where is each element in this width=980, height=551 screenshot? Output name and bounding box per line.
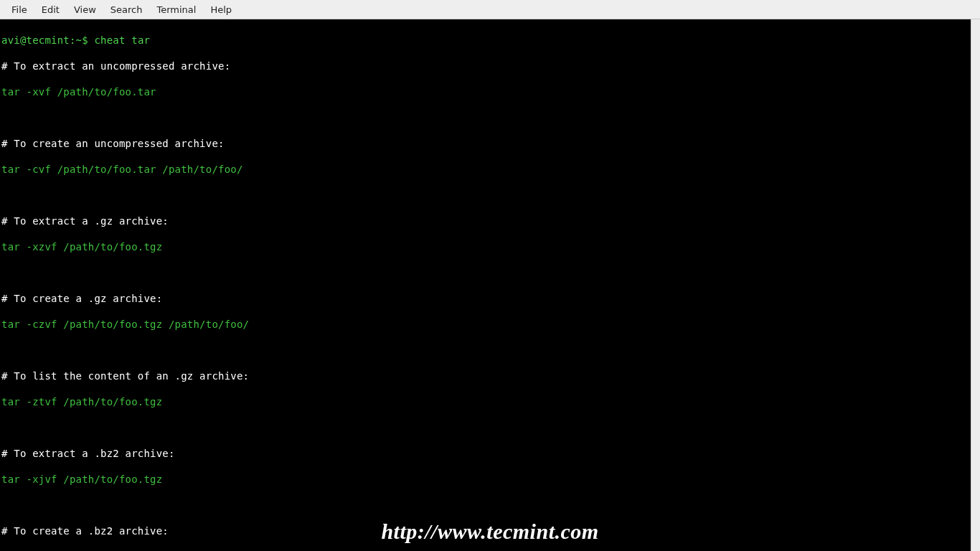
prompt-line-1: avi@tecmint:~$ cheat tar: [1, 34, 969, 47]
menu-edit[interactable]: Edit: [34, 1, 67, 18]
terminal-area[interactable]: avi@tecmint:~$ cheat tar # To extract an…: [0, 19, 970, 551]
output-comment: # To extract an uncompressed archive:: [1, 60, 230, 72]
output-command: tar -ztvf /path/to/foo.tgz: [1, 396, 162, 408]
output-command: tar -cvf /path/to/foo.tar /path/to/foo/: [1, 164, 243, 175]
prompt-symbol: $: [82, 34, 88, 46]
watermark-text: http://www.tecmint.com: [381, 519, 598, 544]
output-command: tar -xjvf /path/to/foo.tgz: [1, 474, 162, 485]
menubar: File Edit View Search Terminal Help: [0, 0, 980, 19]
menu-help[interactable]: Help: [203, 1, 239, 18]
output-comment: # To extract a .gz archive:: [1, 215, 169, 227]
output-comment: # To create a .gz archive:: [1, 293, 162, 304]
output-comment: # To list the content of an .gz archive:: [1, 370, 249, 382]
scrollbar-vertical[interactable]: [971, 19, 980, 551]
menu-terminal[interactable]: Terminal: [149, 1, 203, 18]
menu-view[interactable]: View: [67, 1, 103, 18]
output-command: tar -xzvf /path/to/foo.tgz: [1, 241, 162, 253]
menu-search[interactable]: Search: [103, 1, 150, 18]
menu-file[interactable]: File: [4, 1, 34, 18]
prompt-separator: :: [70, 34, 76, 46]
output-comment: # To create an uncompressed archive:: [1, 138, 225, 149]
typed-command: cheat tar: [94, 34, 150, 46]
prompt-path: ~: [76, 34, 83, 46]
prompt-user-host: avi@tecmint: [1, 34, 70, 46]
output-command: tar -xvf /path/to/foo.tar: [1, 86, 156, 98]
output-comment: # To create a .bz2 archive:: [1, 525, 169, 537]
output-comment: # To extract a .bz2 archive:: [1, 448, 175, 459]
output-command: tar -czvf /path/to/foo.tgz /path/to/foo/: [1, 319, 249, 330]
